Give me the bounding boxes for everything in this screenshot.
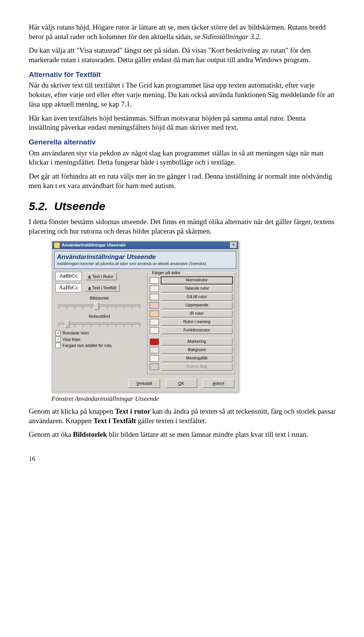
paragraph: Här kan även textfältets höjd bestämmas.…: [29, 114, 337, 132]
paragraph: Du kan välja att "Visa statusrad" längst…: [29, 46, 337, 64]
page-number: 16: [29, 455, 337, 463]
color-swatch[interactable]: [150, 286, 159, 292]
subheading-generella: Generella alternativ: [29, 138, 337, 147]
color-swatch[interactable]: [150, 277, 159, 284]
dialog-screenshot: Användarinställningar Utseende × Använda…: [52, 241, 337, 392]
color-row: Talande rutor: [150, 285, 232, 292]
color-row: Funktionsrutor: [150, 327, 232, 334]
color-row: Rutors färg: [150, 363, 232, 370]
sample-textfalt: AaBbCc: [55, 283, 82, 292]
color-swatch[interactable]: [150, 302, 159, 309]
ok-button[interactable]: OK: [165, 379, 197, 388]
paragraph: Det går att förhindra att en ruta väljs …: [29, 172, 337, 190]
color-label-button[interactable]: Bakgrund: [161, 347, 232, 354]
color-row: Bakgrund: [150, 347, 232, 354]
color-row: Markering: [150, 338, 232, 345]
color-label-button[interactable]: Gå till rutor: [161, 293, 232, 301]
rutavstand-slider[interactable]: [58, 320, 140, 329]
color-label-button[interactable]: Normalrutor: [161, 277, 232, 284]
color-row: IR rutor: [150, 310, 232, 317]
section-heading: 5.2. Utseende: [29, 199, 337, 213]
color-label-button[interactable]: Rutor i mening: [161, 318, 232, 326]
color-swatch[interactable]: [150, 339, 159, 345]
color-swatch[interactable]: [150, 364, 159, 370]
color-label-button[interactable]: Markering: [161, 338, 232, 345]
rutavstand-label: Rutavstånd: [55, 314, 143, 319]
paragraph: Genom att klicka på knappen Text i rutor…: [29, 407, 337, 425]
checkbox-rundade[interactable]: ✓Rundade hörn: [55, 330, 143, 336]
subheading-textfalt: Alternativ för Textfält: [29, 70, 337, 80]
color-swatch[interactable]: [150, 347, 159, 353]
figure-caption: Fönstret Användarinställningar Utseende: [52, 395, 337, 403]
color-row: Meningsfält: [150, 355, 232, 362]
color-label-button[interactable]: Funktionsrutor: [161, 327, 232, 334]
text-i-rutor-button[interactable]: aText i Rutor: [85, 273, 117, 280]
dialog-header: Användarinställningar Utseende Inställni…: [54, 251, 236, 269]
color-label-button[interactable]: Upprepande: [161, 302, 232, 309]
color-groupbox: NormalrutorTalande rutorGå till rutorUpp…: [147, 273, 235, 374]
color-row: Gå till rutor: [150, 293, 232, 301]
paragraph: Genom att öka Bildstorlek blir bilden lä…: [29, 430, 337, 439]
checkbox-fargad-ram[interactable]: Färgad ram istället för ruta: [55, 343, 143, 348]
color-row: Rutor i mening: [150, 318, 232, 326]
paragraph: Här väljs rutans höjd. Högare rutor är l…: [29, 23, 337, 41]
color-swatch[interactable]: [150, 355, 159, 362]
color-label-button[interactable]: IR rutor: [161, 310, 232, 317]
paragraph: I detta fönster bestäms sidornas utseend…: [29, 217, 337, 236]
paragraph: När du skriver text till textfältet i Th…: [29, 81, 337, 109]
color-swatch[interactable]: [150, 294, 159, 300]
color-row: Upprepande: [150, 302, 232, 309]
color-swatch[interactable]: [150, 319, 159, 325]
color-label-button[interactable]: Talande rutor: [161, 285, 232, 292]
avbryt-button[interactable]: Avbryt: [202, 379, 234, 388]
sample-rutor: AaBbCc: [55, 272, 82, 281]
checkbox-visa-linjer[interactable]: ✓Visa linjer: [55, 337, 143, 342]
bildstorlek-label: Bildstorlek: [55, 295, 143, 301]
bildstorlek-slider[interactable]: [58, 301, 140, 311]
text-i-textfalt-button[interactable]: aText i Textfält: [85, 284, 120, 292]
color-row: Normalrutor: [150, 277, 232, 284]
color-swatch[interactable]: [150, 311, 159, 317]
app-icon: [54, 242, 60, 248]
close-icon[interactable]: ×: [230, 242, 237, 248]
paragraph: Om användaren styr via pekdon av något s…: [29, 149, 337, 167]
color-label-button[interactable]: Meningsfält: [161, 355, 232, 362]
dialog-titlebar[interactable]: Användarinställningar Utseende ×: [52, 242, 238, 249]
verkstall-button[interactable]: Verkställ: [128, 379, 160, 388]
color-swatch[interactable]: [150, 327, 159, 334]
color-label-button: Rutors färg: [161, 363, 232, 370]
